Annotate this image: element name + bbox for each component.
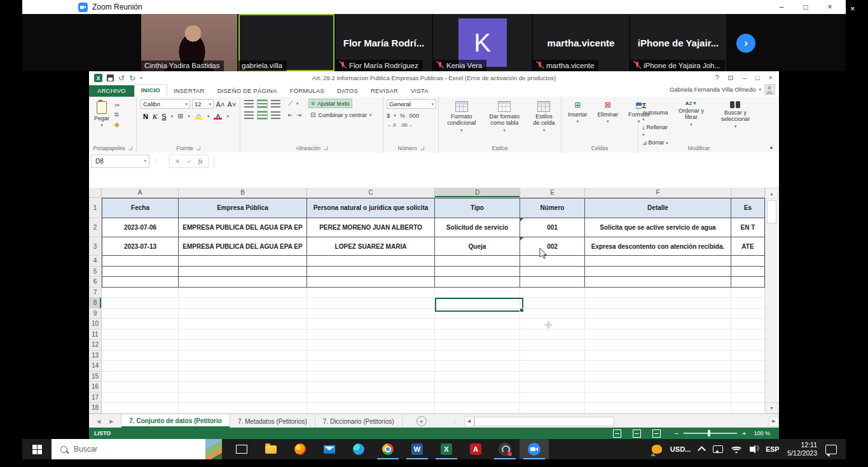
grid-cell[interactable]: Solicita que se active servicio de agua <box>585 218 731 237</box>
increase-indent-icon[interactable]: ⇥ <box>297 112 302 118</box>
decrease-decimal-icon[interactable]: .00→ <box>401 122 413 128</box>
column-header[interactable]: D <box>435 188 520 198</box>
grid-cell[interactable] <box>585 267 731 277</box>
grid-cell[interactable]: Detalle <box>585 198 731 218</box>
grid-cell[interactable] <box>102 393 179 403</box>
grid-cell[interactable] <box>179 330 307 340</box>
font-color-icon[interactable]: A <box>214 113 222 120</box>
fullscreen-close-icon[interactable]: × <box>850 4 855 13</box>
bold-button[interactable]: N <box>143 113 148 120</box>
dialog-launcher-icon[interactable] <box>196 146 200 150</box>
grid-cell[interactable] <box>102 382 179 393</box>
paste-button[interactable]: Pegar▾ <box>92 100 112 139</box>
grid-cell[interactable] <box>435 319 520 330</box>
grid-cell[interactable] <box>102 403 179 414</box>
grid-cell[interactable] <box>435 361 520 372</box>
vertical-scroll-thumb[interactable] <box>767 200 776 223</box>
grid-cell[interactable] <box>102 267 179 277</box>
grid-cell[interactable] <box>307 277 435 288</box>
sort-filter-button[interactable]: AZ▼ Ordenar y filtrar▾ <box>675 100 708 139</box>
prev-sheet-icon[interactable]: ◀ <box>97 419 100 424</box>
collapse-ribbon-icon[interactable]: ▲ <box>769 144 774 150</box>
align-middle-icon[interactable] <box>258 100 267 108</box>
orientation-icon[interactable]: ⟋ <box>288 100 293 108</box>
autosum-button[interactable]: Σ Autosuma ▾ <box>642 102 668 122</box>
cancel-entry-icon[interactable]: ✕ <box>175 158 180 165</box>
sheet-tab-metadatos[interactable]: 7. Metadatos (Petitorios) <box>230 414 315 428</box>
grid-cell[interactable]: Expresa descontento con atención recibid… <box>585 237 731 256</box>
increase-font-icon[interactable]: A˄ <box>216 101 225 108</box>
speaker-icon[interactable] <box>750 447 754 452</box>
grid-cell[interactable] <box>102 256 179 267</box>
column-header[interactable]: B <box>179 188 307 198</box>
percent-format-icon[interactable]: % <box>400 112 405 119</box>
grid-cell[interactable] <box>731 393 765 403</box>
grid-cell[interactable]: 2023-07-06 <box>102 218 179 237</box>
tab-insertar[interactable]: INSERTAR <box>167 85 211 97</box>
grid-cell[interactable] <box>435 277 520 288</box>
grid-cell[interactable] <box>520 298 585 309</box>
grid-cell[interactable] <box>520 361 585 372</box>
font-name-select[interactable]: Calibri▾ <box>141 99 190 109</box>
page-break-view-icon[interactable] <box>652 429 661 438</box>
grid-cell[interactable] <box>585 256 731 267</box>
zoom-in-icon[interactable]: + <box>742 429 746 437</box>
firefox-button[interactable] <box>286 439 315 459</box>
excel-button[interactable]: X <box>432 439 461 459</box>
grid-cell[interactable] <box>520 351 585 361</box>
next-participants-button[interactable]: › <box>736 34 755 53</box>
grid-cell[interactable] <box>585 288 731 298</box>
grid-cell[interactable] <box>179 351 307 361</box>
sheet-tab-diccionario[interactable]: 7. Diccionario (Petitorios) <box>315 414 403 428</box>
zoom-taskbar-button[interactable] <box>520 439 549 459</box>
grid-cell[interactable] <box>731 309 765 319</box>
new-sheet-icon[interactable]: + <box>417 416 427 426</box>
grid-cell[interactable] <box>731 351 765 361</box>
grid-cell[interactable] <box>731 340 765 351</box>
currency-widget-icon[interactable] <box>652 445 662 454</box>
row-header[interactable]: 5 <box>89 267 102 277</box>
tab-archivo[interactable]: ARCHIVO <box>89 85 134 97</box>
help-icon[interactable]: ? <box>715 74 719 82</box>
insert-function-icon[interactable]: fx <box>198 158 203 165</box>
grid-cell[interactable]: Queja <box>435 237 520 256</box>
grid-cell[interactable] <box>520 319 585 330</box>
grid-cell[interactable] <box>731 330 765 340</box>
minimize-icon[interactable]: – <box>743 74 747 82</box>
comma-format-icon[interactable]: 000 <box>409 112 419 119</box>
minimize-icon[interactable]: – <box>771 0 792 14</box>
row-header[interactable]: 18 <box>89 403 102 414</box>
tab-inicio[interactable]: INICIO <box>134 84 167 97</box>
grid-cell[interactable] <box>520 277 585 288</box>
merge-center-button[interactable]: ⊟Combinar y centrar▾ <box>308 111 374 119</box>
grid-cell[interactable] <box>307 393 435 403</box>
grid-cell[interactable] <box>520 288 585 298</box>
row-header[interactable]: 10 <box>89 319 102 330</box>
row-header[interactable]: 3 <box>89 237 102 256</box>
grid-cell[interactable] <box>520 372 585 382</box>
hidden-icons-chevron[interactable] <box>698 446 706 454</box>
selected-cell-D8[interactable] <box>435 298 523 312</box>
grid-cell[interactable]: EN T <box>731 218 765 237</box>
grid-cell[interactable] <box>307 340 435 351</box>
row-header[interactable]: 17 <box>89 393 102 403</box>
name-box[interactable]: D8▾ <box>91 155 149 168</box>
maximize-icon[interactable]: □ <box>795 0 816 14</box>
align-left-icon[interactable] <box>244 111 254 119</box>
start-button[interactable] <box>22 439 52 459</box>
grid-cell[interactable]: Número <box>520 198 585 218</box>
grid-cell[interactable] <box>520 403 585 414</box>
insert-cells-button[interactable]: ⊞ Insertar▾ <box>565 100 590 139</box>
grid-cell[interactable] <box>585 372 731 382</box>
cast-icon[interactable] <box>713 445 723 453</box>
grid-cell[interactable] <box>102 288 179 298</box>
scroll-up-icon[interactable]: ▲ <box>765 188 778 199</box>
zoom-level-label[interactable]: 100 % <box>754 430 770 436</box>
grid-cell[interactable] <box>435 330 520 340</box>
grid-cell[interactable] <box>520 340 585 351</box>
scroll-down-icon[interactable]: ▼ <box>765 402 778 414</box>
grid-cell[interactable] <box>307 319 435 330</box>
grid-cell[interactable] <box>585 277 731 288</box>
grid-cell[interactable]: Solicitud de servicio <box>435 218 520 237</box>
grid-cell[interactable] <box>179 403 307 414</box>
